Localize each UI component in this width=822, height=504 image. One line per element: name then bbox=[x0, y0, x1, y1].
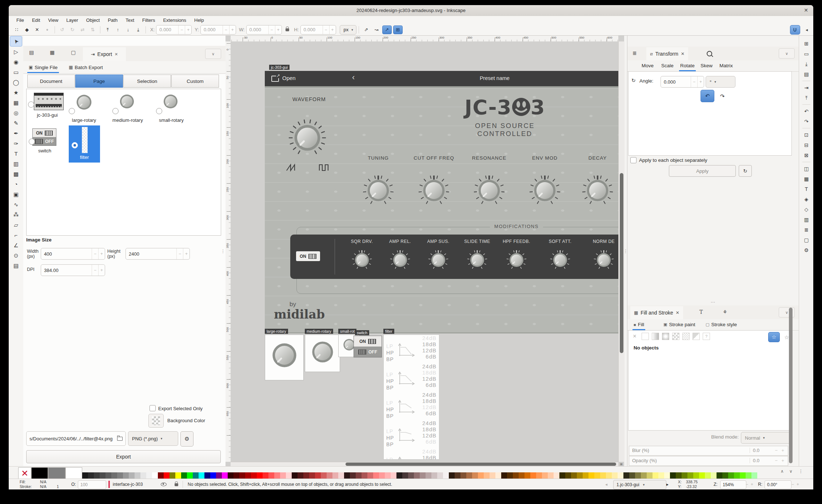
next-layer-icon[interactable]: ▸ bbox=[666, 482, 669, 487]
dock-menu-button[interactable]: ∨ bbox=[779, 48, 795, 59]
measure-tool[interactable]: ∠ bbox=[10, 240, 22, 250]
palette-color-swatch[interactable] bbox=[362, 472, 367, 479]
palette-color-swatch[interactable] bbox=[100, 472, 105, 479]
spin-decrement[interactable]: − bbox=[92, 265, 98, 276]
rectangle-tool[interactable]: ▭ bbox=[10, 67, 22, 77]
palette-color-swatch[interactable] bbox=[507, 472, 513, 479]
palette-color-swatch[interactable] bbox=[344, 472, 350, 479]
menu-path[interactable]: Path bbox=[104, 17, 121, 24]
angle-input[interactable]: 0.000−+ bbox=[661, 76, 704, 88]
palette-color-swatch[interactable] bbox=[332, 472, 338, 479]
rotate-counterclockwise-button[interactable]: ↶ bbox=[701, 90, 714, 102]
gradient-tool[interactable]: ▥ bbox=[10, 159, 22, 169]
palette-color-swatch[interactable] bbox=[234, 472, 239, 479]
palette-color-swatch[interactable] bbox=[455, 472, 460, 479]
layer-select[interactable]: 1.jc-303-gui▾ bbox=[613, 480, 666, 489]
menu-object[interactable]: Object bbox=[82, 17, 104, 24]
pen-tool[interactable]: ✒ bbox=[10, 128, 22, 138]
export-selected-only-checkbox[interactable] bbox=[149, 405, 156, 411]
palette-color-swatch[interactable] bbox=[600, 472, 606, 479]
palette-color-swatch[interactable] bbox=[216, 472, 222, 479]
tab-fill-and-stroke[interactable]: ▦ Fill and Stroke ✕ bbox=[630, 306, 683, 320]
scale-stroke-toggle-icon[interactable]: ⇗ bbox=[362, 26, 371, 34]
fs-tab-fill[interactable]: ■Fill bbox=[633, 320, 645, 330]
palette-color-swatch[interactable] bbox=[490, 472, 495, 479]
close-window-button[interactable]: ✕ bbox=[804, 7, 808, 13]
layers-dialog-icon[interactable]: ▤ bbox=[29, 49, 34, 55]
spin-decrement[interactable]: − bbox=[176, 248, 183, 259]
pencil-tool[interactable]: ✎ bbox=[10, 118, 22, 128]
palette-color-swatch[interactable] bbox=[408, 472, 414, 479]
document-settings-icon[interactable]: ▢ bbox=[799, 235, 813, 245]
close-tab-icon[interactable]: ✕ bbox=[676, 310, 679, 315]
palette-color-swatch[interactable] bbox=[629, 472, 635, 479]
palette-color-swatch[interactable] bbox=[751, 472, 757, 479]
palette-color-swatch[interactable] bbox=[431, 472, 437, 479]
palette-color-swatch[interactable] bbox=[239, 472, 245, 479]
item-radio[interactable] bbox=[112, 108, 119, 114]
transform-tab-move[interactable]: Move bbox=[641, 61, 655, 70]
palette-color-swatch[interactable] bbox=[164, 472, 169, 479]
align-dialog-tab-icon[interactable]: ≣ bbox=[633, 50, 637, 56]
export-item-large-rotary[interactable]: large-rotary bbox=[69, 91, 99, 125]
palette-color-swatch[interactable] bbox=[519, 472, 524, 479]
palette-color-swatch[interactable] bbox=[280, 472, 286, 479]
palette-color-swatch[interactable] bbox=[676, 472, 682, 479]
palette-color-swatch[interactable] bbox=[396, 472, 402, 479]
document-properties-icon[interactable]: ▢ bbox=[71, 49, 76, 55]
palette-color-swatch[interactable] bbox=[222, 472, 228, 479]
height-input[interactable]: 0.000−+ bbox=[300, 25, 336, 35]
import-icon[interactable]: ⇥ bbox=[799, 83, 813, 93]
snap-toggle-button[interactable]: ⊃ bbox=[790, 25, 800, 35]
dock-splitter[interactable]: … bbox=[627, 298, 799, 304]
palette-color-swatch[interactable] bbox=[542, 472, 548, 479]
swatches-dialog-icon[interactable]: ▦ bbox=[50, 49, 55, 55]
palette-color-swatch[interactable] bbox=[449, 472, 455, 479]
palette-color-swatch[interactable] bbox=[82, 472, 88, 479]
spin-increment[interactable]: + bbox=[185, 25, 191, 34]
rotate-clockwise-button[interactable]: ↷ bbox=[716, 91, 729, 102]
redo-icon[interactable]: ↷ bbox=[799, 116, 813, 127]
text-tool[interactable]: T bbox=[10, 149, 22, 159]
browse-folder-icon[interactable] bbox=[117, 437, 123, 441]
unknown-paint-icon[interactable]: ? bbox=[703, 333, 710, 340]
palette-color-swatch[interactable] bbox=[373, 472, 379, 479]
palette-color-swatch[interactable] bbox=[111, 472, 117, 479]
export-item-medium-rotary[interactable]: medium-rotary bbox=[113, 91, 142, 125]
palette-color-swatch[interactable] bbox=[420, 472, 426, 479]
raise-to-top-icon[interactable]: ⤒ bbox=[103, 26, 112, 34]
opacity-row[interactable]: Opacity (%) 0.0 − + bbox=[629, 456, 788, 466]
transform-tab-rotate[interactable]: Rotate bbox=[679, 61, 696, 71]
palette-color-swatch[interactable] bbox=[740, 472, 746, 479]
opacity-value[interactable]: 0.0 bbox=[750, 458, 769, 463]
palette-color-swatch[interactable] bbox=[286, 472, 292, 479]
item-radio[interactable] bbox=[28, 101, 34, 108]
transform-tab-scale[interactable]: Scale bbox=[660, 61, 675, 70]
palette-color-swatch[interactable] bbox=[513, 472, 519, 479]
lock-ratio-icon[interactable] bbox=[286, 28, 289, 31]
text-dialog-icon[interactable]: T bbox=[799, 184, 813, 194]
tab-transform[interactable]: ⧄ Transform ✕ bbox=[646, 47, 688, 61]
new-document-icon[interactable]: ⊞ bbox=[799, 39, 813, 49]
palette-color-swatch[interactable] bbox=[414, 472, 420, 479]
dock-resize-handle[interactable]: ⋮ bbox=[624, 36, 627, 466]
pattern-icon[interactable] bbox=[672, 333, 679, 340]
swatch-star-button-active[interactable]: ☆ bbox=[768, 332, 780, 342]
palette-color-swatch[interactable] bbox=[478, 472, 484, 479]
eraser-tool[interactable]: ▱ bbox=[10, 220, 22, 230]
x-input[interactable]: 0.000−+ bbox=[156, 25, 192, 35]
fill-stroke-dialog-icon[interactable]: ▦ bbox=[799, 174, 813, 184]
rotation-input[interactable]: 0.00° bbox=[765, 480, 791, 489]
palette-color-swatch[interactable] bbox=[722, 472, 728, 479]
fs-tab-stroke-style[interactable]: ▢Stroke style bbox=[705, 320, 738, 329]
palette-color-swatch[interactable] bbox=[571, 472, 577, 479]
menu-extensions[interactable]: Extensions bbox=[159, 17, 190, 24]
palette-color-swatch[interactable] bbox=[123, 472, 129, 479]
transform-tab-skew[interactable]: Skew bbox=[699, 61, 714, 70]
prev-layer-icon[interactable]: ◂ bbox=[605, 482, 607, 487]
palette-color-swatch[interactable] bbox=[588, 472, 594, 479]
blur-value[interactable]: 0.0 bbox=[750, 448, 769, 453]
selection-box-icon[interactable]: ▫ bbox=[43, 26, 52, 34]
palette-color-swatch[interactable] bbox=[303, 472, 309, 479]
palette-color-swatch[interactable] bbox=[367, 472, 373, 479]
